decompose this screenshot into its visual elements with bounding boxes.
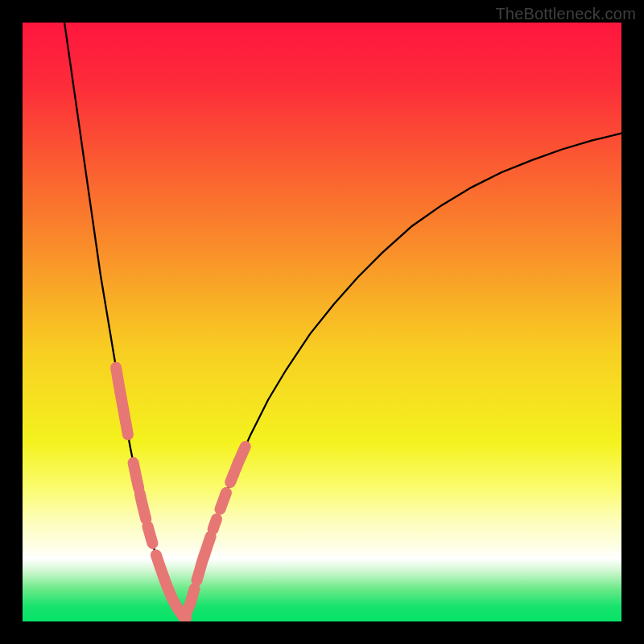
marker-segment-14 bbox=[236, 447, 246, 469]
chart-frame: TheBottleneck.com bbox=[0, 0, 644, 644]
curve-layer bbox=[23, 23, 621, 621]
marker-segment-6 bbox=[164, 580, 172, 600]
marker-segment-3 bbox=[140, 494, 146, 519]
plot-area bbox=[23, 23, 621, 621]
marker-segment-11 bbox=[213, 519, 217, 530]
marker-segment-12 bbox=[221, 493, 226, 509]
marker-segment-8 bbox=[186, 588, 194, 613]
watermark-text: TheBottleneck.com bbox=[495, 5, 636, 23]
marker-segment-2 bbox=[134, 463, 139, 489]
marker-segment-10 bbox=[204, 536, 210, 556]
curve-right-branch bbox=[184, 134, 621, 618]
marker-segment-4 bbox=[148, 526, 153, 543]
marker-segment-1 bbox=[120, 392, 128, 435]
curve-left-branch bbox=[64, 23, 184, 618]
